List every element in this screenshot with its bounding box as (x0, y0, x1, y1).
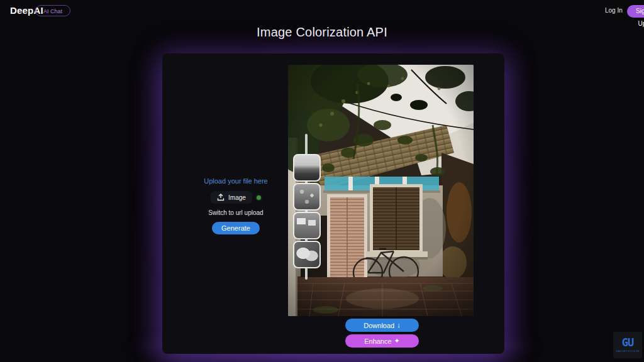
sparkle-icon: ✦ (394, 337, 400, 344)
uploader-section: Upload your file here Image Switch to ur… (179, 177, 292, 234)
image-upload-label: Image (228, 194, 246, 201)
watermark-caption: GADGETSTOUSE (616, 349, 640, 353)
upload-icon (217, 194, 225, 201)
switch-to-url-link[interactable]: Switch to url upload (179, 209, 292, 216)
sign-up-button[interactable]: Sign Up (627, 5, 644, 18)
status-dot-icon (257, 195, 261, 200)
log-in-link[interactable]: Log In (605, 7, 623, 14)
download-button-label: Download (364, 322, 394, 329)
download-arrow-icon: ↓ (397, 322, 401, 329)
image-upload-button[interactable]: Image (211, 191, 252, 204)
ai-chat-button[interactable]: AI Chat (35, 5, 70, 16)
generate-button[interactable]: Generate (212, 222, 260, 234)
colorizer-panel: Upload your file here Image Switch to ur… (162, 53, 504, 354)
sample-thumbnail-protest[interactable] (293, 212, 321, 239)
upload-heading: Upload your file here (179, 177, 292, 185)
site-watermark: GU GADGETSTOUSE (613, 332, 642, 358)
sample-thumbnail-crowd[interactable] (293, 183, 321, 211)
upload-row: Image (179, 191, 292, 204)
enhance-button[interactable]: Enhance ✦ (345, 334, 419, 348)
sample-thumbnail-landscape[interactable] (293, 154, 321, 182)
app-window: DeepAI AI Chat Log In Sign Up Image Colo… (0, 0, 644, 362)
enhance-button-label: Enhance (364, 337, 391, 345)
sample-thumbnail-portrait[interactable] (293, 241, 321, 268)
watermark-logo: GU (622, 337, 633, 348)
download-button[interactable]: Download ↓ (345, 319, 419, 332)
